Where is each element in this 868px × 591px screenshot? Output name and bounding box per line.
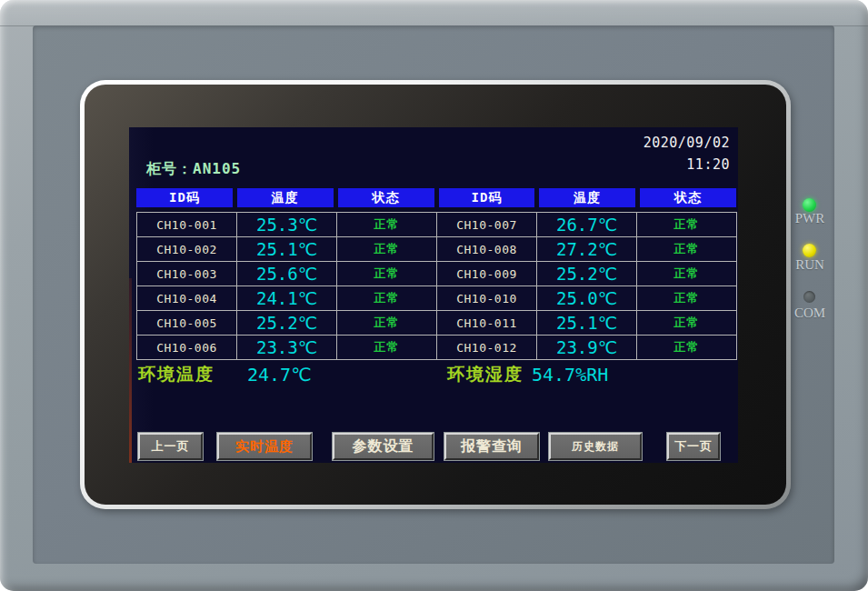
col-header-id-2: ID码: [439, 188, 535, 207]
com-led-icon: [803, 291, 815, 303]
cell-id: CH10-009: [437, 262, 537, 286]
cabinet-id-label: 柜号：AN105: [146, 160, 241, 179]
bezel-top-edge: [0, 0, 868, 26]
cell-temperature: 25.2℃: [537, 262, 637, 286]
cell-temperature: 25.1℃: [237, 237, 337, 262]
cell-temperature: 27.2℃: [537, 237, 637, 262]
ambient-temp-value: 24.7℃: [247, 364, 312, 386]
run-led-icon: [803, 244, 816, 257]
screen-silver-ring: 2020/09/02 11:20 柜号：AN105 ID码 温度 状态 ID码 …: [80, 80, 791, 509]
device-bezel: 2020/09/02 11:20 柜号：AN105 ID码 温度 状态 ID码 …: [0, 0, 868, 591]
col-header-status-1: 状态: [338, 188, 434, 207]
cell-status: 正常: [337, 286, 437, 311]
col-header-status-2: 状态: [640, 188, 736, 207]
cell-id: CH10-001: [137, 213, 237, 237]
cell-status: 正常: [637, 286, 737, 311]
cell-status: 正常: [637, 237, 737, 262]
cell-id: CH10-002: [137, 237, 237, 262]
cell-status: 正常: [337, 262, 437, 286]
prev-page-button[interactable]: 上一页: [138, 433, 203, 460]
cell-temperature: 25.6℃: [237, 262, 337, 286]
cell-temperature: 24.1℃: [237, 286, 337, 311]
cell-status: 正常: [337, 213, 437, 237]
power-led-label: PWR: [789, 211, 831, 226]
parameter-settings-button[interactable]: 参数设置: [333, 433, 434, 460]
cell-id: CH10-003: [137, 262, 237, 286]
cell-status: 正常: [637, 336, 737, 360]
table-body: CH10-001 25.3℃ 正常 CH10-007 26.7℃ 正常 CH10…: [136, 212, 737, 360]
col-header-id-1: ID码: [136, 188, 233, 207]
cell-id: CH10-005: [137, 311, 237, 336]
hmi-panel-photo: 2020/09/02 11:20 柜号：AN105 ID码 温度 状态 ID码 …: [0, 0, 868, 591]
cell-status: 正常: [637, 262, 737, 286]
cell-temperature: 25.1℃: [537, 311, 637, 336]
cell-status: 正常: [337, 311, 437, 336]
ambient-humidity-value: 54.7%RH: [532, 364, 608, 386]
alarm-query-button[interactable]: 报警查询: [444, 433, 539, 460]
realtime-temperature-button[interactable]: 实时温度: [217, 433, 312, 460]
cell-id: CH10-012: [437, 336, 537, 360]
time-text: 11:20: [644, 154, 730, 175]
cell-temperature: 23.3℃: [237, 336, 337, 360]
com-led-label: COM: [789, 306, 831, 321]
next-page-button[interactable]: 下一页: [667, 433, 720, 460]
cell-status: 正常: [637, 213, 737, 237]
screen-dark-bezel: 2020/09/02 11:20 柜号：AN105 ID码 温度 状态 ID码 …: [85, 85, 786, 505]
ambient-temp-label: 环境温度: [138, 364, 215, 386]
history-data-button[interactable]: 历史数据: [549, 433, 642, 460]
date-text: 2020/09/02: [644, 132, 730, 154]
cell-status: 正常: [337, 336, 437, 360]
col-header-temp-2: 温度: [539, 188, 635, 207]
power-led-icon: [803, 198, 816, 212]
cell-id: CH10-006: [137, 336, 237, 360]
table-header-row: ID码 温度 状态 ID码 温度 状态: [136, 188, 736, 207]
lcd-edge-reflection: [129, 278, 132, 463]
cell-id: CH10-008: [437, 237, 537, 262]
lcd-screen: 2020/09/02 11:20 柜号：AN105 ID码 温度 状态 ID码 …: [129, 127, 738, 463]
cell-temperature: 26.7℃: [537, 213, 637, 237]
ambient-humidity-label: 环境湿度: [447, 364, 524, 386]
cell-id: CH10-011: [437, 311, 537, 336]
cell-temperature: 25.0℃: [537, 286, 637, 311]
cell-id: CH10-004: [137, 286, 237, 311]
run-led-label: RUN: [789, 257, 831, 273]
col-header-temp-1: 温度: [237, 188, 334, 207]
cell-id: CH10-010: [437, 286, 537, 311]
cell-temperature: 23.9℃: [537, 336, 637, 360]
cell-status: 正常: [637, 311, 737, 336]
cell-temperature: 25.3℃: [237, 213, 337, 237]
datetime-display: 2020/09/02 11:20: [644, 132, 730, 175]
cell-temperature: 25.2℃: [237, 311, 337, 336]
cell-status: 正常: [337, 237, 437, 262]
cell-id: CH10-007: [437, 213, 537, 237]
